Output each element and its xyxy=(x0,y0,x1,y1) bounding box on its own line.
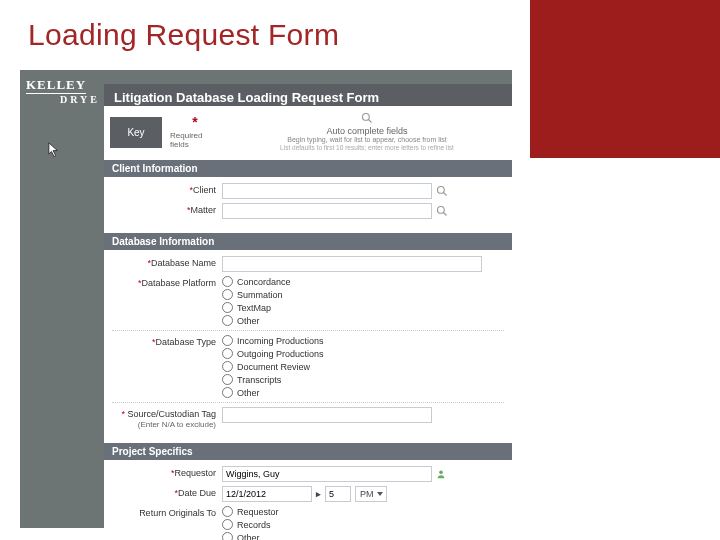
divider xyxy=(112,402,504,403)
svg-point-2 xyxy=(438,187,445,194)
label-db-name: *Database Name xyxy=(112,256,222,268)
decorative-red-block xyxy=(530,0,720,158)
autocomplete-sub1: Begin typing, wait for list to appear, c… xyxy=(287,136,447,144)
key-required: * Required fields xyxy=(170,115,220,149)
key-row: Key * Required fields Auto complete fiel… xyxy=(104,106,512,160)
date-navigate[interactable]: ▸ xyxy=(316,489,321,499)
date-due-ampm-select[interactable]: PM xyxy=(355,486,387,502)
required-asterisk-icon: * xyxy=(192,115,197,129)
label-requestor: *Requestor xyxy=(112,466,222,478)
form-body: Key * Required fields Auto complete fiel… xyxy=(104,106,512,528)
key-autocomplete: Auto complete fields Begin typing, wait … xyxy=(228,112,506,152)
svg-line-5 xyxy=(444,213,447,216)
requestor-input[interactable] xyxy=(222,466,432,482)
required-label: Required fields xyxy=(170,131,220,149)
label-date-due: *Date Due xyxy=(112,486,222,498)
svg-line-3 xyxy=(444,193,447,196)
label-db-type: *Database Type xyxy=(112,335,222,347)
section-head-project: Project Specifics xyxy=(104,443,512,460)
autocomplete-sub2: List defaults to first 10 results; enter… xyxy=(280,144,454,152)
dbtype-option[interactable]: Incoming Productions xyxy=(222,335,324,346)
svg-point-6 xyxy=(439,471,443,475)
dbtype-option[interactable]: Document Review xyxy=(222,361,324,372)
dbtype-option[interactable]: Transcripts xyxy=(222,374,324,385)
search-icon[interactable] xyxy=(436,185,448,197)
svg-point-4 xyxy=(438,207,445,214)
divider xyxy=(112,330,504,331)
return-option[interactable]: Other xyxy=(222,532,279,540)
brand-line2: DRYE xyxy=(26,95,100,106)
brand-logo: KELLEY DRYE xyxy=(26,78,100,105)
svg-line-1 xyxy=(369,120,372,123)
section-body-client: *Client *Matter xyxy=(104,177,512,233)
return-option[interactable]: Records xyxy=(222,519,279,530)
label-return-originals: Return Originals To xyxy=(112,506,222,518)
section-body-database: *Database Name *Database Platform Concor… xyxy=(104,250,512,443)
key-heading: Key xyxy=(110,117,162,148)
brand-line1: KELLEY xyxy=(26,78,86,94)
section-body-project: *Requestor *Date Due ▸ PM xyxy=(104,460,512,540)
dbtype-option[interactable]: Other xyxy=(222,387,324,398)
platform-option[interactable]: Concordance xyxy=(222,276,291,287)
label-matter: *Matter xyxy=(112,203,222,215)
cursor-icon xyxy=(48,142,60,158)
platform-option[interactable]: Summation xyxy=(222,289,291,300)
label-client: *Client xyxy=(112,183,222,195)
person-icon[interactable] xyxy=(436,469,446,479)
date-due-input[interactable] xyxy=(222,486,312,502)
return-option[interactable]: Requestor xyxy=(222,506,279,517)
autocomplete-title: Auto complete fields xyxy=(326,126,407,136)
source-tag-input[interactable] xyxy=(222,407,432,423)
search-icon xyxy=(361,112,373,124)
matter-input[interactable] xyxy=(222,203,432,219)
search-icon[interactable] xyxy=(436,205,448,217)
label-source-tag: * Source/Custodian Tag (Enter N/A to exc… xyxy=(112,407,222,429)
slide-title: Loading Request Form xyxy=(28,18,339,52)
platform-option[interactable]: TextMap xyxy=(222,302,291,313)
platform-option[interactable]: Other xyxy=(222,315,291,326)
form-screenshot: KELLEY DRYE Litigation Database Loading … xyxy=(20,70,512,528)
client-input[interactable] xyxy=(222,183,432,199)
section-head-client: Client Information xyxy=(104,160,512,177)
database-name-input[interactable] xyxy=(222,256,482,272)
label-db-platform: *Database Platform xyxy=(112,276,222,288)
svg-point-0 xyxy=(363,114,370,121)
section-head-database: Database Information xyxy=(104,233,512,250)
dbtype-option[interactable]: Outgoing Productions xyxy=(222,348,324,359)
date-due-hour-input[interactable] xyxy=(325,486,351,502)
